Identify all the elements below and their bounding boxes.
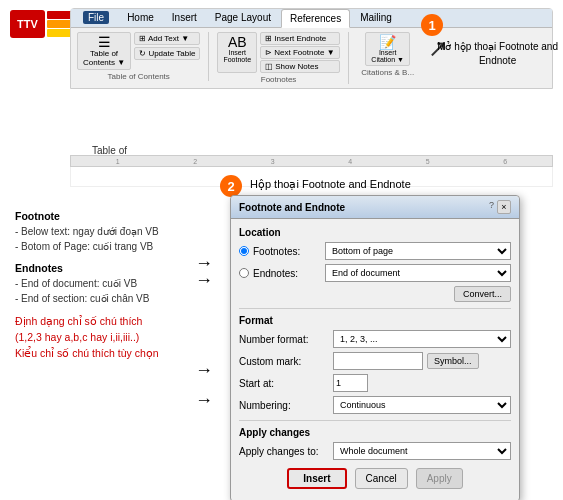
- endnotes-section: Endnotes - End of document: cuối VB - En…: [15, 262, 215, 306]
- endnote-item-2: - End of section: cuối chân VB: [15, 291, 215, 306]
- btn-show-notes[interactable]: ◫ Show Notes: [260, 60, 340, 73]
- toc-group-label: Table of Contents: [108, 72, 170, 81]
- step-2-circle: 2: [220, 175, 242, 197]
- btn-update-table[interactable]: ↻ Update Table: [134, 47, 200, 60]
- citation-icon: 📝: [379, 35, 396, 49]
- dialog-body: Location Footnotes: Bottom of page Endno…: [231, 219, 519, 500]
- btn-next-footnote[interactable]: ⊳ Next Footnote ▼: [260, 46, 340, 59]
- format-red-2: (1,2,3 hay a,b,c hay i,ii,iii..): [15, 330, 215, 346]
- annotations-panel: Footnote - Below text: ngay dưới đoạn VB…: [15, 210, 215, 369]
- citations-group-label: Citations & B...: [361, 68, 414, 77]
- footnote-title: Footnote: [15, 210, 215, 222]
- number-format-row: Number format: 1, 2, 3, ...: [239, 330, 511, 348]
- doc-hint: [71, 167, 552, 175]
- endnotes-row: Endnotes: End of document: [239, 264, 511, 282]
- help-icon: ?: [489, 200, 494, 214]
- format-red-3: Kiểu chỉ số chú thích tùy chọn: [15, 346, 215, 362]
- logo-box: TTV: [10, 10, 45, 38]
- footnote-item-2: - Botom of Page: cuối trang VB: [15, 239, 215, 254]
- dialog-close[interactable]: ×: [497, 200, 511, 214]
- group-footnotes: AB Insert Footnote ⊞ Insert Endnote ⊳ Ne…: [217, 32, 348, 84]
- apply-to-row: Apply changes to: Whole document: [239, 442, 511, 460]
- footnotes-label: Footnotes:: [239, 246, 319, 257]
- step-1-circle: 1: [421, 14, 443, 36]
- ribbon-tabs: File Home Insert Page Layout References …: [71, 9, 552, 28]
- dialog-controls: ? ×: [489, 200, 511, 214]
- btn-insert-citation[interactable]: 📝 Insert Citation ▼: [365, 32, 410, 66]
- toc-icon: ☰: [98, 35, 111, 49]
- footnotes-radio[interactable]: [239, 246, 249, 256]
- custom-mark-input[interactable]: [333, 352, 423, 370]
- divider: [239, 308, 511, 309]
- format-label: Format: [239, 315, 511, 326]
- start-at-label: Start at:: [239, 378, 329, 389]
- divider2: [239, 420, 511, 421]
- apply-to-select[interactable]: Whole document: [333, 442, 511, 460]
- footnotes-select[interactable]: Bottom of page: [325, 242, 511, 260]
- footnotes-group-label: Footnotes: [261, 75, 297, 84]
- footnote-icon: AB: [228, 35, 247, 49]
- tab-insert[interactable]: Insert: [164, 9, 205, 27]
- footnotes-row: Footnotes: Bottom of page: [239, 242, 511, 260]
- number-format-label: Number format:: [239, 334, 329, 345]
- group-citations: 📝 Insert Citation ▼ Citations & B...: [357, 32, 427, 77]
- dialog-footer: Insert Cancel Apply: [239, 468, 511, 493]
- toc-small-btns: ⊞ Add Text ▼ ↻ Update Table: [134, 32, 200, 70]
- label-open-dialog: Mở hộp thoại Footnote and Endnote: [437, 40, 558, 68]
- arrow-location-2: →: [195, 270, 213, 291]
- numbering-row: Numbering: Continuous: [239, 396, 511, 414]
- group-toc: ☰ Table of Contents ▼ ⊞ Add Text ▼ ↻ Upd…: [77, 32, 209, 81]
- toc-in-doc: Table of: [92, 145, 127, 156]
- cancel-button[interactable]: Cancel: [355, 468, 408, 489]
- tab-file[interactable]: File: [75, 9, 117, 27]
- apply-to-label: Apply changes to:: [239, 446, 329, 457]
- numbering-select[interactable]: Continuous: [333, 396, 511, 414]
- footnote-buttons: AB Insert Footnote ⊞ Insert Endnote ⊳ Ne…: [217, 32, 339, 73]
- citations-buttons: 📝 Insert Citation ▼: [365, 32, 410, 66]
- endnotes-title: Endnotes: [15, 262, 215, 274]
- start-at-input[interactable]: [333, 374, 368, 392]
- custom-mark-label: Custom mark:: [239, 356, 329, 367]
- format-section: Định dạng chỉ số chú thích (1,2,3 hay a,…: [15, 314, 215, 361]
- arrow-format-1: →: [195, 360, 213, 381]
- dialog-title: Footnote and Endnote: [239, 202, 345, 213]
- tab-home[interactable]: Home: [119, 9, 162, 27]
- btn-insert-endnote[interactable]: ⊞ Insert Endnote: [260, 32, 340, 45]
- start-at-row: Start at:: [239, 374, 511, 392]
- label-dialog-name: Hộp thoại Footnote and Endnote: [250, 178, 411, 191]
- dialog-footnote-endnote: Footnote and Endnote ? × Location Footno…: [230, 195, 520, 500]
- apply-button[interactable]: Apply: [416, 468, 463, 489]
- format-red-1: Định dạng chỉ số chú thích: [15, 314, 215, 330]
- insert-button[interactable]: Insert: [287, 468, 346, 489]
- endnotes-label: Endnotes:: [239, 268, 319, 279]
- btn-insert-footnote[interactable]: AB Insert Footnote: [217, 32, 257, 73]
- endnote-item-1: - End of document: cuối VB: [15, 276, 215, 291]
- apply-changes-label: Apply changes: [239, 427, 511, 438]
- endnotes-radio[interactable]: [239, 268, 249, 278]
- location-label: Location: [239, 227, 511, 238]
- footnote-section: Footnote - Below text: ngay dưới đoạn VB…: [15, 210, 215, 254]
- footnote-item-1: - Below text: ngay dưới đoạn VB: [15, 224, 215, 239]
- toc-buttons: ☰ Table of Contents ▼ ⊞ Add Text ▼ ↻ Upd…: [77, 32, 200, 70]
- tab-page-layout[interactable]: Page Layout: [207, 9, 279, 27]
- tab-mailing[interactable]: Mailing: [352, 9, 400, 27]
- logo-text: TTV: [17, 18, 38, 30]
- btn-add-text[interactable]: ⊞ Add Text ▼: [134, 32, 200, 45]
- custom-mark-row: Custom mark: Symbol...: [239, 352, 511, 370]
- endnotes-select[interactable]: End of document: [325, 264, 511, 282]
- number-format-select[interactable]: 1, 2, 3, ...: [333, 330, 511, 348]
- footnote-small-btns: ⊞ Insert Endnote ⊳ Next Footnote ▼ ◫ Sho…: [260, 32, 340, 73]
- arrow-format-2: →: [195, 390, 213, 411]
- dialog-title-bar: Footnote and Endnote ? ×: [231, 196, 519, 219]
- btn-table-of-contents[interactable]: ☰ Table of Contents ▼: [77, 32, 131, 70]
- ruler: 1 2 3 4 5 6: [70, 155, 553, 167]
- convert-button[interactable]: Convert...: [454, 286, 511, 302]
- symbol-button[interactable]: Symbol...: [427, 353, 479, 369]
- numbering-label: Numbering:: [239, 400, 329, 411]
- tab-references[interactable]: References: [281, 9, 350, 28]
